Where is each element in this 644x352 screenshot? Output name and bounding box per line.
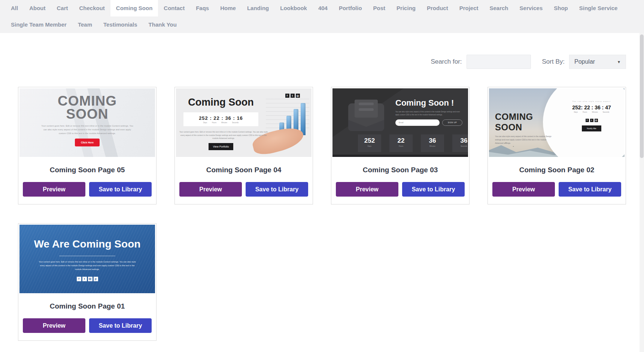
tab-checkout[interactable]: Checkout — [74, 0, 110, 16]
countdown-row: 252Days 22Hours 36Minutes 36Seconds — [358, 134, 468, 152]
countdown-values: 252: 22 : 36 : 47 — [561, 104, 622, 110]
tab-team[interactable]: Team — [72, 16, 98, 33]
envelope-icon — [348, 103, 384, 131]
scrollbar-thumb[interactable] — [640, 34, 644, 158]
layout-title: Coming Soon Page 03 — [331, 166, 469, 174]
chevron-down-icon: ▼ — [617, 60, 621, 64]
notify-me-button: Notify Me — [582, 125, 601, 131]
bird-icon: ᵛ — [513, 145, 514, 148]
tab-product[interactable]: Product — [421, 0, 454, 16]
layout-thumbnail-page-04[interactable]: ft◎ Coming Soon 252 : 22 : 36 : 16 DaysH… — [176, 88, 312, 157]
tab-faqs[interactable]: Faqs — [190, 0, 215, 16]
save-to-library-button[interactable]: Save to Library — [402, 182, 465, 197]
tab-coming-soon[interactable]: Coming Soon — [110, 0, 158, 16]
thumb-cta-button: View Portfolio — [209, 143, 234, 150]
tab-contact[interactable]: Contact — [158, 0, 190, 16]
layout-card-page-04: ft◎ Coming Soon 252 : 22 : 36 : 16 DaysH… — [174, 87, 313, 204]
countdown-box: 252 : 22 : 36 : 16 DaysHours MinutesSeco… — [183, 112, 258, 126]
thumb-heading: COMING SOON — [19, 94, 155, 121]
email-field: Email — [395, 119, 440, 126]
countdown-values: 252 : 22 : 36 : 16 — [183, 115, 258, 121]
thumb-body-text: Your content goes here. Edit or remove t… — [179, 130, 268, 140]
tab-thank-you[interactable]: Thank You — [143, 16, 182, 33]
thumb-heading: Coming Soon — [179, 97, 263, 108]
layout-thumbnail-page-03[interactable]: Coming Soon ! You can also style every a… — [332, 88, 468, 157]
save-to-library-button[interactable]: Save to Library — [246, 182, 308, 197]
instagram-icon: ◎ — [595, 119, 598, 122]
instagram-icon: ◎ — [88, 277, 92, 281]
layout-title: Coming Soon Page 04 — [175, 166, 313, 174]
card-actions: Preview Save to Library — [331, 182, 469, 197]
preview-button[interactable]: Preview — [23, 318, 85, 333]
card-actions: Preview Save to Library — [18, 182, 156, 197]
card-actions: Preview Save to Library — [175, 182, 313, 197]
card-actions: Preview Save to Library — [488, 182, 626, 197]
sort-label: Sort By: — [542, 58, 565, 66]
sort-select[interactable]: Popular ▼ — [569, 55, 626, 69]
sort-selected-value: Popular — [574, 58, 595, 65]
tab-shop[interactable]: Shop — [548, 0, 574, 16]
layout-title: Coming Soon Page 02 — [488, 166, 626, 174]
twitter-icon: t — [590, 119, 593, 122]
tab-portfolio[interactable]: Portfolio — [333, 0, 368, 16]
signup-button: SIGN UP — [442, 119, 462, 126]
preview-button[interactable]: Preview — [179, 182, 242, 197]
preview-button[interactable]: Preview — [492, 182, 555, 197]
countdown-labels: DaysHours MinutesSeconds — [561, 111, 622, 113]
layout-card-page-03: Coming Soon ! You can also style every a… — [331, 87, 470, 204]
layouts-grid: COMING SOON Your content goes here. Edit… — [18, 87, 626, 341]
facebook-icon: f — [586, 119, 589, 122]
tab-home[interactable]: Home — [215, 0, 242, 16]
layout-title: Coming Soon Page 01 — [18, 302, 156, 310]
facebook-icon: f — [77, 277, 81, 281]
scrollbar-track[interactable] — [640, 33, 644, 352]
tab-landing[interactable]: Landing — [242, 0, 274, 16]
preview-button[interactable]: Preview — [23, 182, 85, 197]
preview-button[interactable]: Preview — [336, 182, 398, 197]
tab-cart[interactable]: Cart — [51, 0, 74, 16]
save-to-library-button[interactable]: Save to Library — [89, 182, 152, 197]
save-to-library-button[interactable]: Save to Library — [559, 182, 621, 197]
tab-about[interactable]: About — [24, 0, 51, 16]
social-icons: ft◎p — [19, 274, 155, 281]
tab-project[interactable]: Project — [454, 0, 484, 16]
category-tabs-row-1: AllAboutCartCheckoutComing SoonContactFa… — [5, 0, 644, 16]
filter-controls: Search for: Sort By: Popular ▼ — [431, 55, 626, 69]
thumb-cta-button: Click Here — [75, 139, 100, 146]
tab-single-service[interactable]: Single Service — [574, 0, 623, 16]
search-label: Search for: — [431, 58, 462, 66]
tab-pricing[interactable]: Pricing — [391, 0, 421, 16]
tab-all[interactable]: All — [5, 0, 24, 16]
divider — [59, 256, 115, 256]
card-actions: Preview Save to Library — [18, 318, 156, 333]
thumb-body-text: You can also style every aspect of this … — [495, 135, 555, 145]
signup-form: Email SIGN UP — [395, 119, 464, 126]
search-input[interactable] — [467, 55, 531, 69]
tab-404[interactable]: 404 — [313, 0, 333, 16]
tab-single-team-member[interactable]: Single Team Member — [5, 16, 72, 33]
countdown-labels: DaysHours MinutesSeconds — [183, 122, 258, 124]
tab-services[interactable]: Services — [514, 0, 549, 16]
layout-title: Coming Soon Page 05 — [18, 166, 156, 174]
thumb-heading: We Are Coming Soon — [19, 238, 155, 250]
twitter-icon: t — [82, 277, 87, 281]
category-tabs-row-2: Single Team MemberTeamTestimonialsThank … — [5, 16, 644, 33]
layout-thumbnail-page-05[interactable]: COMING SOON Your content goes here. Edit… — [19, 88, 155, 157]
twitter-icon: t — [291, 94, 295, 98]
tab-testimonials[interactable]: Testimonials — [98, 16, 143, 33]
layout-thumbnail-page-01[interactable]: We Are Coming Soon Your content goes her… — [19, 225, 155, 293]
layout-thumbnail-page-02[interactable]: ᵛ ᵛ You can also style every aspect 252:… — [489, 88, 625, 157]
social-icons: ft◎ — [285, 91, 300, 98]
tab-lookbook[interactable]: Lookbook — [274, 0, 313, 16]
layout-card-page-05: COMING SOON Your content goes here. Edit… — [18, 87, 157, 204]
tab-post[interactable]: Post — [368, 0, 391, 16]
circle-note: You can also style every aspect — [561, 100, 622, 102]
layout-card-page-02: ᵛ ᵛ You can also style every aspect 252:… — [487, 87, 626, 204]
facebook-icon: f — [285, 94, 289, 98]
thumb-body-text: You can also style every aspect of this … — [395, 110, 464, 116]
tab-search[interactable]: Search — [484, 0, 514, 16]
save-to-library-button[interactable]: Save to Library — [89, 318, 152, 333]
thumb-body-text: Your content goes here. Edit or remove t… — [38, 260, 136, 271]
thumb-heading: Coming Soon ! — [395, 98, 464, 108]
social-icons: ft◎ — [561, 116, 622, 122]
